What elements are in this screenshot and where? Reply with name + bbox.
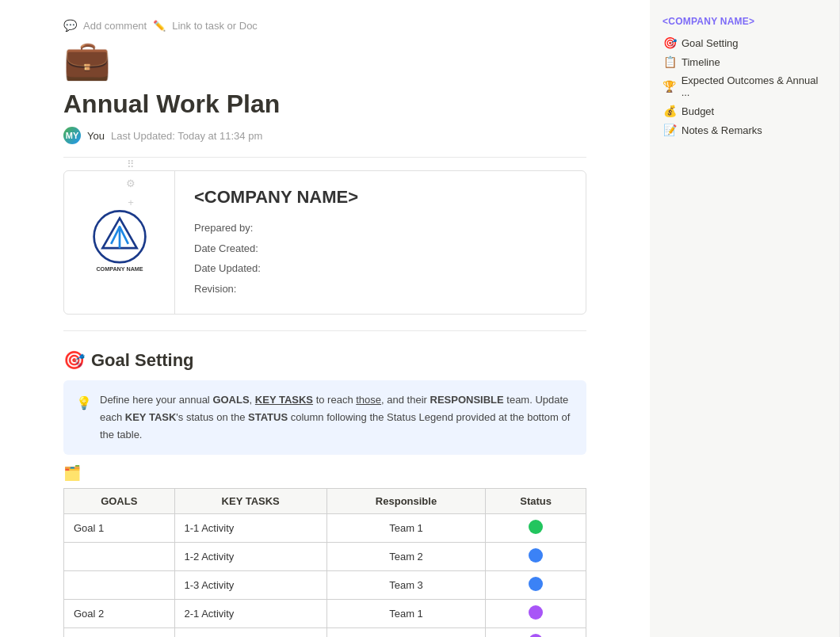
comment-icon: 💬 <box>63 19 77 32</box>
cell-status <box>486 600 586 628</box>
link-task-button[interactable]: Link to task or Doc <box>172 20 258 32</box>
goal-table-wrapper: GOALS KEY TASKS Responsible Status Goal … <box>63 488 586 637</box>
sidebar-label-3: Budget <box>682 105 714 117</box>
drag-handle[interactable]: ⠿ <box>123 156 139 172</box>
date-created: Date Created: <box>194 239 358 257</box>
divider-mid <box>63 330 586 331</box>
cell-goal <box>64 543 175 571</box>
cell-task: 2-1 Activity <box>174 600 326 628</box>
page-title: Annual Work Plan <box>63 89 586 119</box>
table-row: 2-2 Activity Team 2 <box>64 628 586 637</box>
svg-text:COMPANY NAME: COMPANY NAME <box>96 265 143 273</box>
divider-top <box>63 157 586 158</box>
table-row: Goal 1 1-1 Activity Team 1 <box>64 514 586 543</box>
sidebar: <COMPANY NAME> 🎯 Goal Setting 📋 Timeline… <box>650 0 840 637</box>
status-dot-purple <box>529 634 543 637</box>
last-updated: Last Updated: Today at 11:34 pm <box>111 130 262 142</box>
author-row: MY You Last Updated: Today at 11:34 pm <box>63 127 586 144</box>
sidebar-icon-1: 📋 <box>662 55 677 68</box>
sidebar-icon-3: 💰 <box>662 105 677 117</box>
add-comment-button[interactable]: Add comment <box>83 20 147 32</box>
cell-goal: Goal 2 <box>64 600 175 628</box>
cell-task: 1-2 Activity <box>174 543 326 571</box>
status-dot-green <box>529 520 543 534</box>
goal-setting-title: Goal Setting <box>91 350 194 371</box>
sidebar-company-name: <COMPANY NAME> <box>656 13 833 33</box>
cell-task: 1-3 Activity <box>174 571 326 600</box>
goal-setting-emoji: 🎯 <box>63 350 85 371</box>
status-dot-blue <box>529 548 543 563</box>
page-icon: 💼 <box>63 38 586 82</box>
col-goals: GOALS <box>64 489 175 514</box>
info-text: Define here your annual GOALS, KEY TASKS… <box>100 391 574 444</box>
cell-responsible: Team 2 <box>326 628 485 637</box>
cell-task: 2-2 Activity <box>174 628 326 637</box>
cover-card: COMPANY NAME <COMPANY NAME> Prepared by:… <box>63 170 586 315</box>
sidebar-label-1: Timeline <box>682 56 720 68</box>
avatar: MY <box>63 127 81 144</box>
table-row: 1-3 Activity Team 3 <box>64 571 586 600</box>
table-icon: 🗂️ <box>63 464 586 482</box>
sidebar-label-0: Goal Setting <box>682 37 739 49</box>
cell-status <box>486 571 586 600</box>
col-responsible: Responsible <box>326 489 485 514</box>
cell-status <box>486 543 586 571</box>
table-row: Goal 2 2-1 Activity Team 1 <box>64 600 586 628</box>
cell-responsible: Team 1 <box>326 600 485 628</box>
goal-setting-info-box: 💡 Define here your annual GOALS, KEY TAS… <box>63 380 586 455</box>
sidebar-item-4[interactable]: 📝 Notes & Remarks <box>656 120 833 139</box>
cell-responsible: Team 1 <box>326 514 485 543</box>
status-dot-purple <box>529 605 543 620</box>
sidebar-icon-2: 🏆 <box>662 80 677 93</box>
sidebar-item-1[interactable]: 📋 Timeline <box>656 52 833 71</box>
col-key-tasks: KEY TASKS <box>174 489 326 514</box>
float-toolbar: ⠿ ⚙ + <box>123 156 139 210</box>
prepared-by: Prepared by: <box>194 219 358 237</box>
author-name: You <box>87 130 105 142</box>
sidebar-item-3[interactable]: 💰 Budget <box>656 101 833 120</box>
cell-goal <box>64 628 175 637</box>
sidebar-item-2[interactable]: 🏆 Expected Outcomes & Annual ... <box>656 71 833 101</box>
cell-status <box>486 628 586 637</box>
cell-responsible: Team 2 <box>326 543 485 571</box>
status-dot-blue <box>529 577 543 591</box>
cell-goal <box>64 571 175 600</box>
sidebar-label-4: Notes & Remarks <box>682 124 762 136</box>
sidebar-item-0[interactable]: 🎯 Goal Setting <box>656 33 833 52</box>
cover-info: <COMPANY NAME> Prepared by: Date Created… <box>175 171 377 314</box>
col-status: Status <box>486 489 586 514</box>
goal-setting-heading: 🎯 Goal Setting <box>63 350 586 371</box>
revision: Revision: <box>194 280 358 298</box>
company-logo: COMPANY NAME <box>64 171 175 314</box>
bulb-icon: 💡 <box>76 392 92 444</box>
cover-company-name: <COMPANY NAME> <box>194 187 358 208</box>
cell-task: 1-1 Activity <box>174 514 326 543</box>
doc-toolbar: 💬 Add comment ✏️ Link to task or Doc <box>63 19 586 32</box>
cell-responsible: Team 3 <box>326 571 485 600</box>
goal-table: GOALS KEY TASKS Responsible Status Goal … <box>63 488 586 637</box>
table-row: 1-2 Activity Team 2 <box>64 543 586 571</box>
cell-status <box>486 514 586 543</box>
sidebar-icon-0: 🎯 <box>662 36 677 49</box>
date-updated: Date Updated: <box>194 259 358 277</box>
cell-goal: Goal 1 <box>64 514 175 543</box>
sidebar-label-2: Expected Outcomes & Annual ... <box>682 74 827 98</box>
add-icon[interactable]: + <box>123 194 139 210</box>
sidebar-icon-4: 📝 <box>662 124 677 136</box>
settings-icon[interactable]: ⚙ <box>123 175 139 191</box>
